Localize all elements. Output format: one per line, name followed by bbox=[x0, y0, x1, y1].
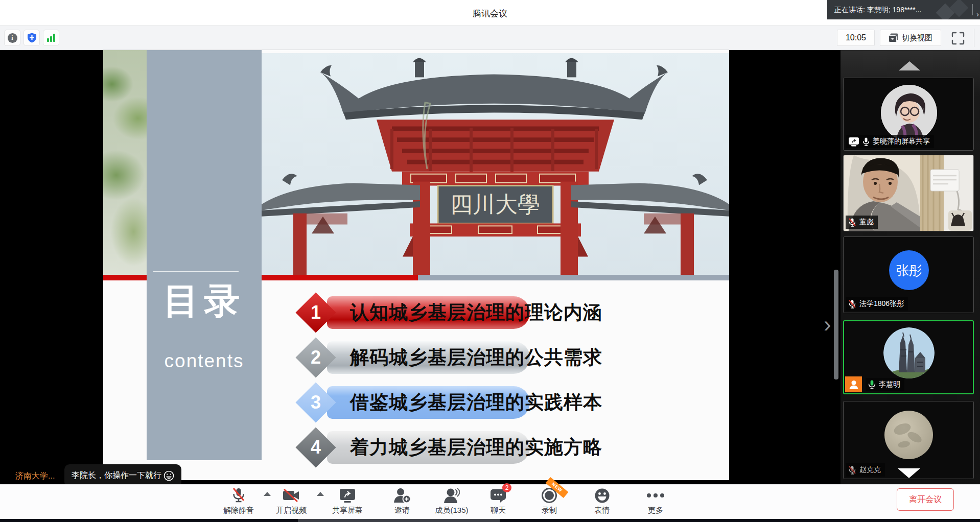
toc-item-number: 2 bbox=[301, 343, 330, 372]
security-button[interactable] bbox=[24, 30, 40, 46]
participant-label: 法学1806张彤 bbox=[846, 297, 908, 311]
topbar-divider bbox=[974, 29, 974, 47]
participant-name: 李慧明 bbox=[879, 380, 900, 389]
participants-sidebar: 姜晓萍的屏幕共享 bbox=[841, 50, 980, 484]
meeting-info-bar: i 10:05 切换视图 bbox=[0, 26, 980, 50]
participant-tile-avatar[interactable]: 赵克克 bbox=[843, 401, 974, 479]
toc-banner: 目录 contents bbox=[147, 50, 262, 460]
participant-tile-avatar[interactable]: 张彤 法学1806张彤 bbox=[843, 236, 974, 313]
share-screen-button[interactable]: 共享屏幕 bbox=[319, 487, 376, 515]
members-label: 成员(135) bbox=[435, 506, 468, 515]
participant-name: 法学1806张彤 bbox=[859, 299, 904, 309]
chat-label: 聊天 bbox=[491, 506, 506, 515]
members-icon bbox=[444, 488, 460, 504]
participant-name: 赵克克 bbox=[859, 465, 881, 474]
toc-item-number: 3 bbox=[301, 388, 330, 417]
share-screen-icon bbox=[339, 488, 356, 503]
shield-plus-icon bbox=[27, 33, 37, 43]
university-gate-photo: 四川大學 bbox=[262, 53, 729, 277]
unmute-button[interactable]: 解除静音 bbox=[211, 487, 267, 515]
switch-view-label: 切换视图 bbox=[902, 33, 932, 43]
avatar-photo-blurry bbox=[884, 411, 933, 459]
toc-item-number: 1 bbox=[301, 298, 330, 327]
participant-label: 姜晓萍的屏幕共享 bbox=[846, 135, 934, 148]
record-label: 录制 bbox=[542, 506, 557, 515]
participant-name: 姜晓萍的屏幕共享 bbox=[873, 137, 930, 146]
avatar-cartoon-woman bbox=[881, 85, 937, 141]
participant-label: 赵克克 bbox=[846, 463, 885, 477]
participant-tile-speaking[interactable]: 李慧明 bbox=[843, 320, 974, 394]
emoji-face-icon bbox=[594, 488, 610, 504]
trees-photo-strip bbox=[103, 50, 147, 277]
person-icon bbox=[849, 380, 859, 389]
mic-muted-icon bbox=[231, 487, 246, 504]
participant-tile-video[interactable]: 董彪 bbox=[843, 155, 974, 231]
toc-title: 目录 bbox=[147, 277, 262, 325]
leave-meeting-button[interactable]: 离开会议 bbox=[897, 488, 954, 511]
invite-label: 邀请 bbox=[394, 506, 410, 515]
mic-active-icon bbox=[868, 380, 876, 389]
start-video-button[interactable]: 开启视频 bbox=[263, 487, 319, 515]
signal-bars-icon bbox=[47, 34, 55, 42]
mic-on-icon bbox=[862, 137, 870, 146]
chat-unread-badge: 2 bbox=[502, 483, 511, 492]
participant-tile-screenshare[interactable]: 姜晓萍的屏幕共享 bbox=[843, 78, 974, 151]
invite-button[interactable]: 邀请 bbox=[374, 487, 430, 515]
network-status-button[interactable] bbox=[43, 30, 59, 46]
toc-item-number: 4 bbox=[301, 433, 330, 462]
mic-muted-icon bbox=[848, 218, 856, 227]
record-button[interactable]: NEW 录制 bbox=[521, 487, 577, 515]
emoji-button[interactable]: 表情 bbox=[574, 487, 630, 515]
info-icon: i bbox=[8, 33, 17, 43]
switch-view-button[interactable]: 切换视图 bbox=[880, 30, 941, 46]
more-dots-icon bbox=[646, 493, 665, 498]
title-bar: 腾讯会议 正在讲话: 李慧明; 198****... › bbox=[0, 0, 980, 26]
host-badge bbox=[845, 376, 862, 392]
toc-item-text: 借鉴城乡基层治理的实践样本 bbox=[350, 386, 602, 419]
invite-person-icon bbox=[393, 488, 411, 504]
chat-sender: 济南大学... bbox=[15, 471, 55, 482]
next-page-chevron-icon[interactable]: › bbox=[824, 312, 831, 337]
os-taskbar-strip bbox=[0, 519, 980, 522]
participant-label: 董彪 bbox=[846, 216, 878, 229]
taskbar-active-segment bbox=[298, 519, 500, 522]
meeting-control-bar: 解除静音 开启视频 共享屏幕 bbox=[0, 484, 980, 519]
chat-button[interactable]: 2 聊天 bbox=[470, 487, 526, 515]
start-video-label: 开启视频 bbox=[276, 506, 307, 515]
tencent-meeting-window: 腾讯会议 正在讲话: 李慧明; 198****... › i 10:05 bbox=[0, 0, 980, 522]
toc-subtitle: contents bbox=[147, 350, 262, 372]
mic-muted-icon bbox=[848, 300, 856, 309]
banner-chevron-icon[interactable]: › bbox=[976, 5, 979, 19]
time-text: 10:05 bbox=[846, 33, 866, 42]
gate-sign-text: 四川大學 bbox=[450, 192, 540, 217]
meeting-timer: 10:05 bbox=[837, 30, 875, 46]
fullscreen-button[interactable] bbox=[951, 32, 965, 45]
toc-item-text: 着力城乡基层治理的实施方略 bbox=[350, 431, 602, 464]
chat-message-bubble: 李院长，你操作一下就行 bbox=[64, 464, 181, 484]
slide-gray-stripe bbox=[418, 275, 729, 280]
scroll-up-arrow-icon[interactable] bbox=[899, 61, 920, 70]
banner-divider bbox=[972, 4, 973, 15]
avatar-cathedral-photo bbox=[883, 327, 935, 378]
scroll-down-arrow-icon[interactable] bbox=[898, 468, 920, 478]
toc-item-text: 解码城乡基层治理的公共需求 bbox=[350, 341, 602, 374]
more-button[interactable]: 更多 bbox=[627, 487, 684, 515]
more-label: 更多 bbox=[648, 506, 663, 515]
participant-name: 董彪 bbox=[859, 218, 874, 227]
camera-off-icon bbox=[282, 488, 300, 503]
grin-emoji-icon bbox=[164, 470, 174, 481]
avatar-initials: 张彤 bbox=[889, 250, 929, 290]
mic-muted-icon bbox=[848, 466, 856, 474]
toc-banner-line bbox=[153, 271, 239, 272]
unmute-label: 解除静音 bbox=[223, 506, 254, 515]
shared-screen-area: 四川大學 bbox=[0, 50, 841, 484]
participant-label: 李慧明 bbox=[866, 378, 904, 391]
speaking-text: 正在讲话: 李慧明; 198****... bbox=[834, 6, 921, 14]
share-screen-label: 共享屏幕 bbox=[332, 506, 363, 515]
meeting-info-button[interactable]: i bbox=[4, 30, 20, 46]
emoji-label: 表情 bbox=[594, 506, 610, 515]
scrollbar-thumb[interactable] bbox=[834, 270, 838, 379]
fullscreen-icon bbox=[951, 32, 965, 45]
presentation-slide: 四川大學 bbox=[103, 50, 729, 480]
chat-message-text: 李院长，你操作一下就行 bbox=[72, 470, 161, 481]
